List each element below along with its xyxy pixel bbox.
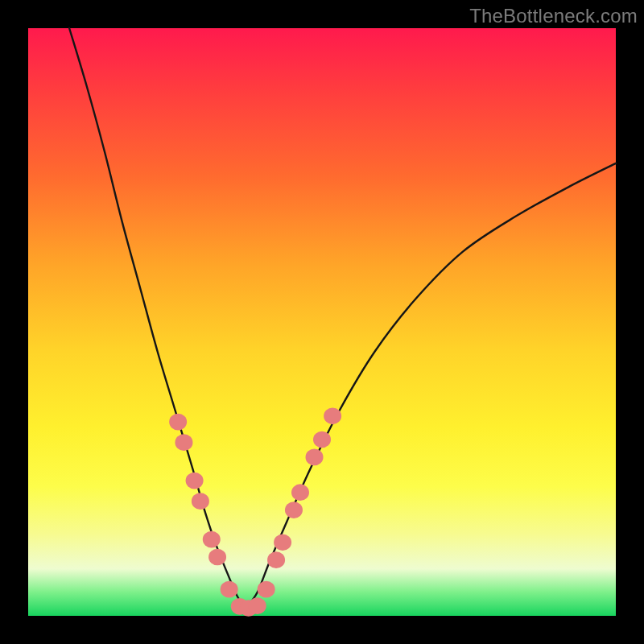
data-marker: [169, 414, 187, 431]
data-marker: [186, 473, 204, 489]
data-marker: [175, 434, 192, 451]
data-marker: [306, 449, 324, 466]
data-marker: [249, 597, 266, 614]
marker-group: [169, 407, 341, 616]
data-marker: [285, 502, 303, 518]
data-marker: [258, 581, 275, 598]
data-marker: [267, 551, 285, 568]
watermark-text: TheBottleneck.com: [469, 5, 638, 27]
chart-frame: TheBottleneck.com: [0, 0, 644, 644]
curve-layer: [28, 28, 616, 616]
plot-area: [28, 28, 616, 616]
data-marker: [208, 549, 226, 566]
data-marker: [313, 431, 331, 448]
curve-left-branch: [69, 28, 246, 609]
data-marker: [274, 534, 291, 551]
data-marker: [203, 531, 221, 548]
data-marker: [324, 407, 341, 424]
data-marker: [221, 581, 238, 598]
data-marker: [291, 484, 309, 501]
data-marker: [192, 493, 209, 510]
curve-right-branch: [246, 163, 616, 609]
